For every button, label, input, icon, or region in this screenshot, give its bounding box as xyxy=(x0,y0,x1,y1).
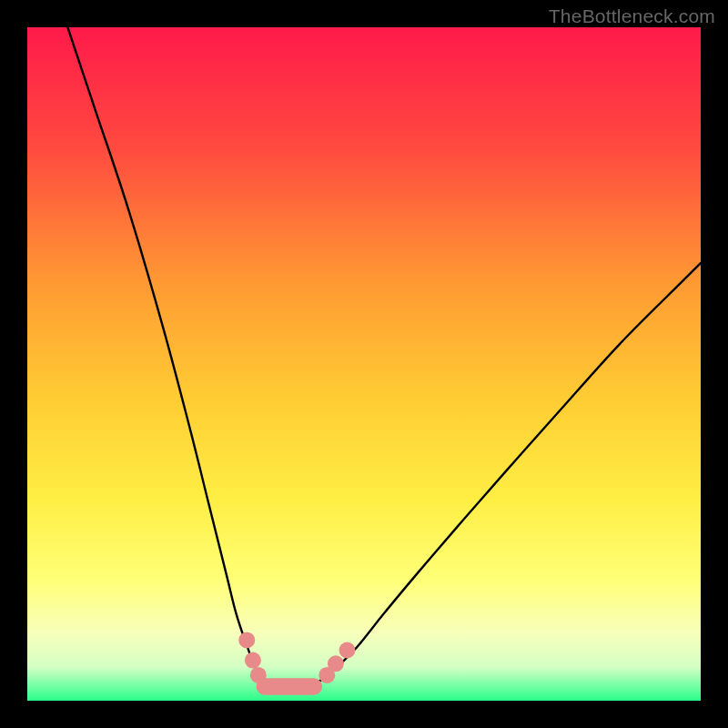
watermark-text: TheBottleneck.com xyxy=(549,5,715,27)
overlay-dot xyxy=(238,632,255,648)
overlay-dot xyxy=(245,652,261,669)
chart-background xyxy=(27,27,701,701)
overlay-dot xyxy=(339,642,356,659)
overlay-capsule xyxy=(257,678,323,695)
overlay-dot xyxy=(328,655,344,672)
chart-plot-area xyxy=(27,27,701,701)
chart-svg xyxy=(27,27,701,701)
